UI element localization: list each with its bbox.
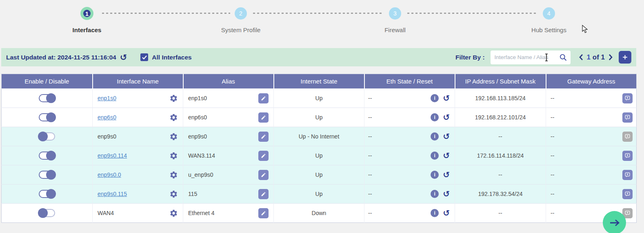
enable-toggle[interactable] <box>39 209 55 217</box>
add-gateway-button[interactable] <box>622 112 633 123</box>
edit-alias-button[interactable] <box>258 112 269 123</box>
eth-state-text: -- <box>368 191 372 197</box>
toggle-knob <box>46 112 56 122</box>
enable-toggle[interactable] <box>39 113 55 121</box>
internet-state-text: Up <box>315 114 323 121</box>
eth-reset-icon[interactable]: ↺ <box>443 113 450 121</box>
pencil-icon <box>261 211 266 216</box>
step-number-badge[interactable]: 2 <box>235 7 247 20</box>
edit-alias-button[interactable] <box>258 189 269 199</box>
pencil-icon <box>261 172 266 178</box>
internet-state-text: Up - No Internet <box>299 133 340 140</box>
gateway-text: -- <box>551 210 554 216</box>
eth-info-icon[interactable]: i <box>431 113 439 121</box>
interface-name-link[interactable]: enp6s0 <box>98 114 116 121</box>
eth-reset-icon[interactable]: ↺ <box>443 152 450 160</box>
add-gateway-button[interactable] <box>622 151 633 161</box>
toggle-knob <box>38 132 48 141</box>
settings-gear-icon[interactable] <box>169 209 178 218</box>
interface-name-link[interactable]: enp9s0.0 <box>98 171 121 178</box>
enable-toggle[interactable] <box>39 190 55 198</box>
edit-alias-button[interactable] <box>258 208 269 218</box>
pagination: 1 of 1 <box>579 53 613 62</box>
filter-input[interactable] <box>495 54 552 60</box>
step-system-profile[interactable]: 2 System Profile <box>208 4 273 33</box>
internet-state-cell: Up <box>274 146 364 165</box>
edit-alias-button[interactable] <box>258 132 269 142</box>
edit-alias-button[interactable] <box>258 170 269 180</box>
ip-address-cell: 192.168.212.101/24 <box>455 108 546 127</box>
eth-state-text: -- <box>368 133 372 140</box>
eth-info-icon[interactable]: i <box>431 152 439 160</box>
ip-address-text: -- <box>498 210 502 216</box>
settings-gear-icon[interactable] <box>169 171 178 179</box>
alias-text: u_enp9s0 <box>188 171 213 178</box>
eth-state-text: -- <box>368 95 372 101</box>
interface-name-link[interactable]: enp1s0 <box>98 95 116 101</box>
table-header-row: Enable / Disable Interface Name Alias In… <box>2 74 637 89</box>
table-row: enp9s0 enp9s0 Up - No Internet -- i ↺ --… <box>2 127 637 146</box>
comment-plus-icon <box>624 171 631 178</box>
pencil-icon <box>261 115 266 120</box>
prev-page-icon[interactable] <box>579 54 584 61</box>
internet-state-text: Up <box>315 171 323 178</box>
eth-reset-icon[interactable]: ↺ <box>443 171 450 179</box>
step-number-badge[interactable]: 1 <box>80 7 93 20</box>
internet-state-text: Up <box>315 191 323 197</box>
eth-state-text: -- <box>368 114 372 121</box>
table-row: WAN4 Ethernet 4 Down -- i ↺ -- -- <box>2 204 637 223</box>
eth-reset-icon[interactable]: ↺ <box>443 132 450 141</box>
step-number-badge[interactable]: 4 <box>543 7 555 20</box>
step-label: Hub Settings <box>531 26 566 33</box>
add-gateway-button[interactable] <box>622 170 633 180</box>
settings-gear-icon[interactable] <box>169 190 178 198</box>
gateway-text: -- <box>551 133 554 140</box>
eth-state-text: -- <box>368 152 372 159</box>
eth-info-icon[interactable]: i <box>431 132 439 141</box>
add-gateway-button[interactable] <box>622 189 633 199</box>
all-interfaces-checkbox[interactable] <box>140 53 148 61</box>
eth-reset-icon[interactable]: ↺ <box>443 209 450 217</box>
add-gateway-button[interactable] <box>622 132 633 142</box>
edit-alias-button[interactable] <box>258 151 269 161</box>
enable-toggle[interactable] <box>39 132 55 141</box>
add-interface-button[interactable] <box>619 51 631 64</box>
col-enable-disable: Enable / Disable <box>2 74 93 89</box>
settings-gear-icon[interactable] <box>169 152 178 160</box>
table-row: enp1s0 enp1s0 Up -- i ↺ 192.168.113.185/… <box>2 89 637 108</box>
settings-gear-icon[interactable] <box>169 94 178 103</box>
pencil-icon <box>261 134 266 139</box>
eth-info-icon[interactable]: i <box>431 190 439 198</box>
eth-info-icon[interactable]: i <box>431 171 439 179</box>
eth-info-icon[interactable]: i <box>431 94 439 102</box>
ip-address-text: 192.168.212.101/24 <box>475 114 526 121</box>
enable-toggle[interactable] <box>39 152 55 160</box>
next-step-button[interactable] <box>603 211 626 233</box>
settings-gear-icon[interactable] <box>169 132 178 141</box>
eth-reset-icon[interactable]: ↺ <box>443 190 450 198</box>
step-hub-settings[interactable]: 4 Hub Settings <box>516 4 582 33</box>
search-icon[interactable] <box>559 53 567 62</box>
interface-name-link[interactable]: enp9s0.114 <box>98 152 127 159</box>
table-row: enp9s0.0 u_enp9s0 Up -- i ↺ -- -- <box>2 165 637 185</box>
enable-toggle[interactable] <box>39 171 55 179</box>
step-interfaces[interactable]: 1 Interfaces <box>54 4 120 33</box>
enable-toggle[interactable] <box>39 94 55 102</box>
eth-info-icon[interactable]: i <box>431 209 439 217</box>
ip-address-cell: 192.168.113.185/24 <box>455 89 546 108</box>
eth-reset-icon[interactable]: ↺ <box>443 94 450 102</box>
gateway-text: -- <box>551 191 554 197</box>
interfaces-table: Enable / Disable Interface Name Alias In… <box>1 74 637 223</box>
step-number-badge[interactable]: 3 <box>389 7 401 20</box>
table-row: enp6s0 enp6s0 Up -- i ↺ 192.168.212.101/… <box>2 108 637 127</box>
toggle-knob <box>46 170 56 180</box>
step-firewall[interactable]: 3 Firewall <box>362 4 428 33</box>
interface-name-link[interactable]: enp9s0.115 <box>98 191 127 197</box>
internet-state-cell: Up <box>274 108 364 127</box>
add-gateway-button[interactable] <box>622 93 633 103</box>
edit-alias-button[interactable] <box>258 93 269 103</box>
refresh-list-icon[interactable]: ↺ <box>120 53 127 62</box>
settings-gear-icon[interactable] <box>169 113 178 122</box>
step-label: Firewall <box>384 26 406 33</box>
next-page-icon[interactable] <box>608 54 613 61</box>
